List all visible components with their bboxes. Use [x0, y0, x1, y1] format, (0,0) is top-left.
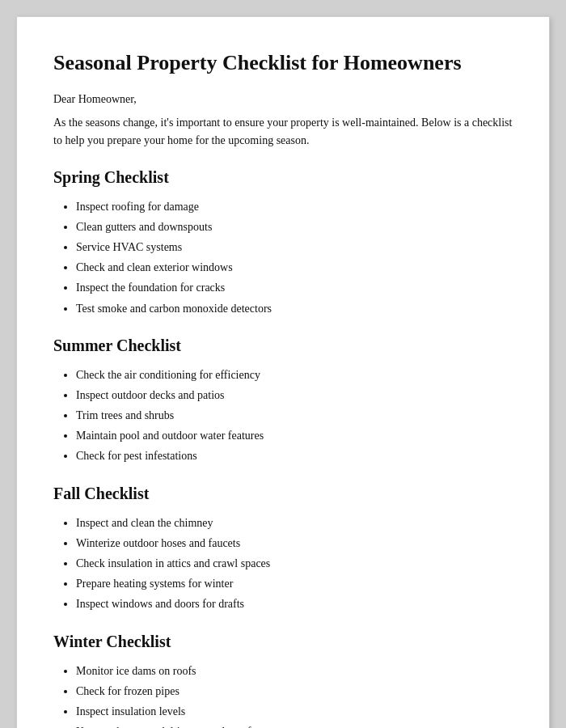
list-item: Winterize outdoor hoses and faucets: [76, 533, 513, 553]
list-item: Trim trees and shrubs: [76, 405, 513, 425]
spring-list: Inspect roofing for damage Clean gutters…: [53, 197, 513, 319]
fall-list: Inspect and clean the chimney Winterize …: [53, 513, 513, 615]
list-item: Check insulation in attics and crawl spa…: [76, 553, 513, 574]
list-item: Maintain pool and outdoor water features: [76, 425, 513, 446]
list-item: Inspect and clean the chimney: [76, 513, 513, 533]
list-item: Check the air conditioning for efficienc…: [76, 365, 513, 385]
summer-title: Summer Checklist: [53, 336, 513, 355]
summer-list: Check the air conditioning for efficienc…: [53, 365, 513, 467]
list-item: Inspect the foundation for cracks: [76, 277, 513, 298]
page-title: Seasonal Property Checklist for Homeowne…: [53, 49, 513, 77]
list-item: Check for pest infestations: [76, 446, 513, 466]
list-item: Monitor ice dams on roofs: [76, 661, 513, 681]
winter-list: Monitor ice dams on roofs Check for froz…: [53, 661, 513, 728]
spring-section: Spring Checklist Inspect roofing for dam…: [53, 168, 513, 319]
list-item: Clean gutters and downspouts: [76, 217, 513, 237]
winter-title: Winter Checklist: [53, 633, 513, 651]
page-container: Seasonal Property Checklist for Homeowne…: [16, 16, 550, 728]
winter-section: Winter Checklist Monitor ice dams on roo…: [53, 633, 513, 728]
list-item: Check and clean exterior windows: [76, 257, 513, 277]
list-item: Inspect outdoor decks and patios: [76, 385, 513, 405]
fall-title: Fall Checklist: [53, 485, 513, 503]
list-item: Inspect insulation levels: [76, 701, 513, 722]
list-item: Check for frozen pipes: [76, 681, 513, 701]
list-item: Inspect windows and doors for drafts: [76, 594, 513, 614]
list-item: Prepare heating systems for winter: [76, 574, 513, 594]
summer-section: Summer Checklist Check the air condition…: [53, 336, 513, 467]
list-item: Inspect roofing for damage: [76, 197, 513, 217]
list-item: Keep pathways and driveways clear of sno…: [76, 722, 513, 728]
fall-section: Fall Checklist Inspect and clean the chi…: [53, 485, 513, 615]
intro-text: As the seasons change, it's important to…: [53, 114, 513, 150]
spring-title: Spring Checklist: [53, 168, 513, 187]
list-item: Test smoke and carbon monoxide detectors: [76, 298, 513, 319]
greeting-text: Dear Homeowner,: [53, 93, 513, 106]
list-item: Service HVAC systems: [76, 237, 513, 257]
